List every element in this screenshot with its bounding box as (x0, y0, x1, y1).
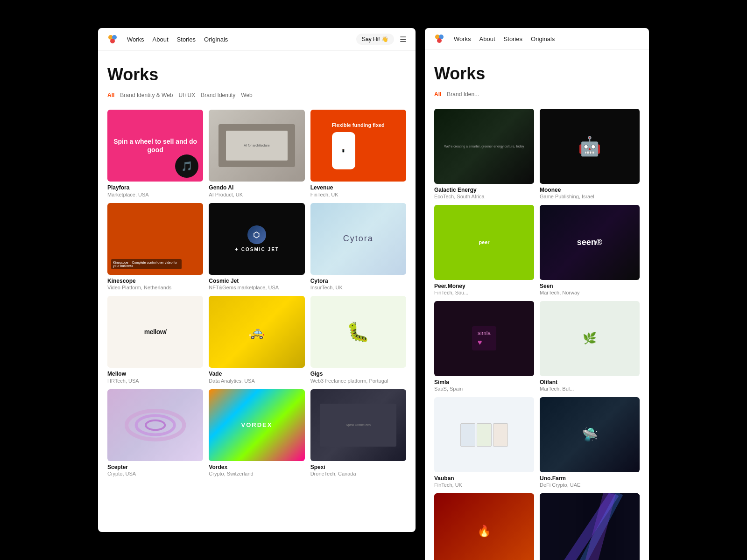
gendo-laptop: AI for architecture (218, 124, 295, 167)
work-card-olifant[interactable]: 🌿 Olifant MarTech, Bul... (540, 301, 640, 392)
work-meta-spexi: DroneTech, Canada (310, 471, 406, 476)
work-card-vordex[interactable]: VORDEX Vordex Crypto, Switzerland (209, 389, 304, 477)
work-card-unofarm[interactable]: 🛸 Uno.Farm DeFi Crypto, UAE (540, 397, 640, 488)
work-name-kinescope: Kinescope (107, 278, 203, 285)
work-thumb-moonee: 🤖 (540, 109, 640, 184)
nav-stories[interactable]: Stories (177, 36, 196, 43)
nav-actions: Say Hi! 👋 ☰ (356, 34, 406, 45)
work-name-gigs: Gigs (310, 371, 406, 378)
work-meta-olifant: MarTech, Bul... (540, 386, 640, 392)
cosmic-text: ✦ COSMIC JET (234, 247, 279, 252)
peermoney-card: peer (476, 237, 492, 248)
say-hi-button[interactable]: Say Hi! 👋 (356, 34, 394, 45)
nav-works[interactable]: Works (127, 36, 144, 43)
work-card-seen[interactable]: seen® Seen MarTech, Norway (540, 205, 640, 295)
work-meta-peermoney: FinTech, Sou... (434, 290, 534, 295)
work-meta-vordex: Crypto, Switzerland (209, 471, 304, 476)
work-card-cosmic[interactable]: ⬡ ✦ COSMIC JET Cosmic Jet NFT&Gems marke… (209, 203, 304, 291)
filter-all-right[interactable]: All (434, 91, 441, 98)
spectrum-light (540, 493, 640, 560)
work-name-mellow: Mellow (107, 371, 203, 378)
work-name-playfora: Playfora (107, 184, 203, 192)
filter-brand-right[interactable]: Brand Iden... (447, 91, 479, 98)
work-thumb-unofarm: 🛸 (540, 397, 640, 472)
work-name-cytora: Cytora (310, 278, 406, 285)
work-card-kinescope[interactable]: Kinescope – Complete control over video … (107, 203, 203, 291)
work-card-cytora[interactable]: Cytora Cytora InsurTech, UK (310, 203, 406, 291)
simla-heart: ♥ (478, 338, 491, 347)
work-meta-gendo: AI Product, UK (209, 192, 304, 197)
nav-links-right: Works About Stories Originals (454, 35, 640, 42)
work-meta-seen: MarTech, Norway (540, 290, 640, 295)
scepter-rings (107, 389, 203, 461)
work-meta-galactic: EcoTech, South Africa (434, 194, 534, 199)
work-thumb-levenue: Flexible funding fixed 📱 (310, 110, 406, 182)
work-name-vade: Vade (209, 371, 304, 378)
galactic-text: We're creating a smarter, greener energy… (444, 145, 524, 148)
simla-card: simla ♥ (472, 326, 496, 350)
work-card-simla[interactable]: simla ♥ Simla SaaS, Spain (434, 301, 534, 392)
work-card-galactic[interactable]: We're creating a smarter, greener energy… (434, 109, 534, 199)
work-thumb-playfora: Spin a wheel to sell and do good 🎵 (107, 110, 203, 182)
filter-all[interactable]: All (107, 92, 114, 98)
work-meta-kinescope: Video Platform, Netherlands (107, 285, 203, 290)
cosmic-content: ⬡ ✦ COSMIC JET (234, 225, 279, 252)
hamburger-icon[interactable]: ☰ (400, 35, 406, 44)
work-card-peermoney[interactable]: peer Peer.Money FinTech, Sou... (434, 205, 534, 295)
vauban-screen1 (460, 423, 475, 447)
work-name-cosmic: Cosmic Jet (209, 278, 304, 285)
work-meta-moonee: Game Publishing, Israel (540, 194, 640, 199)
work-thumb-gendo: AI for architecture (209, 110, 304, 182)
work-meta-scepter: Crypto, USA (107, 471, 203, 476)
work-name-galactic: Galactic Energy (434, 187, 534, 194)
nav-links: Works About Stories Originals (127, 36, 347, 43)
nav-originals[interactable]: Originals (204, 36, 228, 43)
work-card-scepter[interactable]: Scepter Crypto, USA (107, 389, 203, 477)
svg-point-5 (146, 420, 165, 430)
work-thumb-galactic: We're creating a smarter, greener energy… (434, 109, 534, 184)
work-meta-cosmic: NFT&Gems marketplace, USA (209, 285, 304, 290)
nav-stories-right[interactable]: Stories (504, 35, 522, 42)
work-name-scepter: Scepter (107, 464, 203, 471)
work-card-coinflect[interactable]: 🔥 Coinflect Blockchain, U... (434, 493, 534, 560)
nav-about-right[interactable]: About (479, 35, 495, 42)
left-window: Works About Stories Originals Say Hi! 👋 … (98, 28, 416, 532)
vauban-screens (460, 423, 508, 447)
unofarm-ufo: 🛸 (582, 427, 598, 442)
work-card-spexi[interactable]: Spexi DroneTech Spexi DroneTech, Canada (310, 389, 406, 477)
work-name-seen: Seen (540, 283, 640, 290)
work-card-mellow[interactable]: mellow/ Mellow HRTech, USA (107, 296, 203, 384)
work-card-vauban[interactable]: Vauban FinTech, UK (434, 397, 534, 488)
work-card-playfora[interactable]: Spin a wheel to sell and do good 🎵 Playf… (107, 110, 203, 197)
olifant-plant: 🌿 (583, 332, 597, 345)
filter-bar-right: All Brand Iden... (434, 91, 640, 98)
work-thumb-scepter (107, 389, 203, 461)
nav-works-right[interactable]: Works (454, 35, 471, 42)
work-card-gigs[interactable]: 🐛 Gigs Web3 freelance platform, Portugal (310, 296, 406, 384)
work-meta-gigs: Web3 freelance platform, Portugal (310, 378, 406, 384)
work-thumb-vade: 🚕 (209, 296, 304, 368)
work-card-gendo[interactable]: AI for architecture Gendo AI AI Product,… (209, 110, 304, 197)
work-thumb-peermoney: peer (434, 205, 534, 280)
navbar-left: Works About Stories Originals Say Hi! 👋 … (98, 28, 416, 51)
filter-brand-web[interactable]: Brand Identity & Web (120, 92, 173, 98)
moonee-robot: 🤖 (578, 135, 601, 157)
playfora-thumb-text: Spin a wheel to sell and do good (111, 137, 199, 154)
work-card-vade[interactable]: 🚕 Vade Data Analytics, USA (209, 296, 304, 384)
vordex-text: VORDEX (241, 421, 273, 428)
work-thumb-seen: seen® (540, 205, 640, 280)
nav-about[interactable]: About (153, 36, 169, 43)
work-thumb-olifant: 🌿 (540, 301, 640, 376)
work-card-levenue[interactable]: Flexible funding fixed 📱 Levenue FinTech… (310, 110, 406, 197)
work-card-moonee[interactable]: 🤖 Moonee Game Publishing, Israel (540, 109, 640, 199)
nav-originals-right[interactable]: Originals (531, 35, 555, 42)
svg-point-2 (110, 39, 115, 43)
mellow-text: mellow/ (144, 328, 167, 336)
filter-uiux[interactable]: UI+UX (179, 92, 196, 98)
kinescope-billboard: Kinescope – Complete control over video … (111, 259, 182, 269)
work-name-peermoney: Peer.Money (434, 283, 534, 290)
filter-web[interactable]: Web (241, 92, 252, 98)
filter-brand[interactable]: Brand Identity (201, 92, 235, 98)
work-card-spectrum[interactable]: Spectrum DeFi, Singapore (540, 493, 640, 560)
vauban-screen2 (477, 423, 492, 447)
